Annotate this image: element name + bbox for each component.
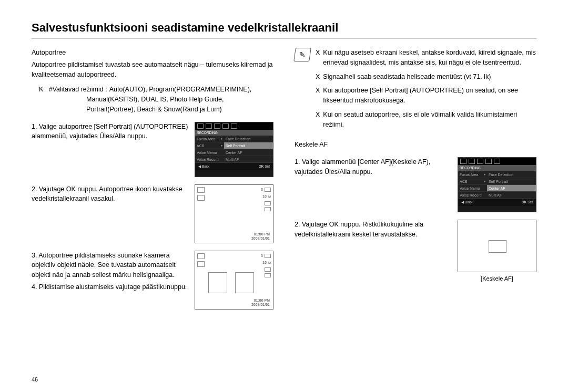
menu-item: Voice Memo [195, 149, 224, 156]
bullet: X [316, 86, 320, 106]
bullet: X [316, 72, 320, 82]
count-value: 3 [261, 187, 263, 193]
menu-ok: OK [522, 200, 527, 204]
menu-screenshot-left: RECORDING Focus Area ACB Voice Memo Voic… [195, 122, 273, 177]
menu-set: Set [528, 200, 533, 204]
battery-icon [265, 188, 271, 192]
menu-item: Voice Record [458, 192, 487, 199]
iso-icon [265, 207, 271, 211]
menu-back: Back [202, 164, 209, 168]
menu-item: ACB [458, 178, 487, 185]
face-rect [235, 272, 254, 293]
step1-text: 1. Valige autoportree [Self Portrait] (A… [32, 122, 189, 142]
menu-set: Set [265, 164, 270, 168]
af-rectangle [489, 240, 506, 253]
menu-ok: OK [259, 164, 264, 168]
section-heading-autoportree: Autoportree [32, 48, 273, 58]
lcd-screenshot-1: 3 10M 01:00 PM 2008/01/01 [195, 184, 273, 243]
menu-back: Back [465, 200, 472, 204]
menu-item: Multi AF [487, 192, 536, 199]
quality-icon [265, 267, 271, 272]
menu-item: Multi AF [224, 156, 273, 163]
face-rect [208, 272, 227, 293]
menu-item-highlighted: Self Portrait [224, 142, 273, 149]
left-column: Autoportree Autoportree pildistamisel tu… [32, 48, 273, 310]
battery-icon [265, 254, 271, 258]
note2: Signaalheli saab seadistada heliseade me… [323, 72, 491, 82]
lcd-time: 01:00 PM [251, 232, 270, 236]
right-column: ✎ XKui nägu asetseb ekraani keskel, anta… [295, 48, 536, 310]
page-number: 46 [32, 376, 38, 383]
bullet: X [316, 48, 320, 68]
menu-screenshot-right: RECORDING Focus Area ACB Voice Memo Voic… [458, 157, 536, 212]
ten-value: 10 [262, 194, 267, 200]
quality-icon [265, 201, 271, 205]
self-portrait-icon [197, 261, 205, 267]
menu-item: Self Portrait [487, 178, 536, 185]
menu-header: RECORDING [195, 130, 273, 136]
af-screenshot [458, 220, 536, 272]
modes-label: K #Valitavad režiimid : [39, 85, 107, 95]
menu-item-highlighted: Center AF [487, 185, 536, 192]
menu-item: Face Detection [224, 136, 273, 142]
note3: Kui autoportree [Self Portrait] (AUTOPOR… [323, 86, 536, 106]
note1: Kui nägu asetseb ekraani keskel, antakse… [323, 48, 536, 68]
right-step1-text: 1. Valige alammenüü [Center AF](Keskele … [295, 157, 452, 177]
intro-text: Autoportree pildistamisel tuvastab see a… [32, 60, 273, 80]
camera-mode-icon [197, 187, 205, 193]
menu-header: RECORDING [458, 165, 536, 171]
menu-item: ACB [195, 142, 224, 149]
count-value: 3 [261, 253, 263, 259]
menu-item: Focus Area [458, 171, 487, 178]
note4: Kui on seatud autoportree, siis ei ole v… [323, 110, 536, 130]
iso-icon [265, 273, 271, 277]
modes-line1: Auto(AUTO), Program(PROGRAMMEERIMINE), [109, 85, 252, 95]
step4-text: 4. Pildistamise alustamiseks vajutage pä… [32, 282, 189, 292]
bullet: X [316, 110, 320, 130]
note-icon: ✎ [293, 48, 311, 61]
menu-item: Center AF [224, 149, 273, 156]
lcd-screenshot-2: 3 10M 01:00 PM 2008/01/01 [195, 251, 273, 310]
ten-value: 10 [262, 260, 267, 266]
modes-line2: Manual(KÄSITSI), DUAL IS, Photo Help Gui… [39, 95, 273, 105]
menu-item: Face Detection [487, 171, 536, 178]
right-step2-text: 2. Vajutage OK nuppu. Ristkülikukujuline… [295, 220, 452, 240]
af-caption: [Keskele AF] [481, 274, 513, 283]
menu-item: Voice Memo [458, 185, 487, 192]
lcd-date: 2008/01/01 [251, 303, 270, 307]
lcd-date: 2008/01/01 [251, 236, 270, 241]
lcd-time: 01:00 PM [251, 298, 270, 303]
modes-line3: Portrait(Portree), Beach & Snow(Rand ja … [39, 105, 273, 115]
step2-text: 2. Vajutage OK nuppu. Autoportree ikoon … [32, 184, 189, 204]
menu-item: Focus Area [195, 136, 224, 142]
page-title: Salvestusfunktsiooni seadistamine vedelk… [32, 21, 536, 38]
modes-block: K #Valitavad režiimid : Auto(AUTO), Prog… [32, 85, 273, 114]
self-portrait-icon [197, 195, 205, 201]
step3-text: 3. Autoportree pildistamiseks suunake ka… [32, 251, 189, 280]
menu-item: Voice Record [195, 156, 224, 163]
camera-mode-icon [197, 253, 205, 259]
section-heading-keskele: Keskele AF [295, 140, 536, 150]
